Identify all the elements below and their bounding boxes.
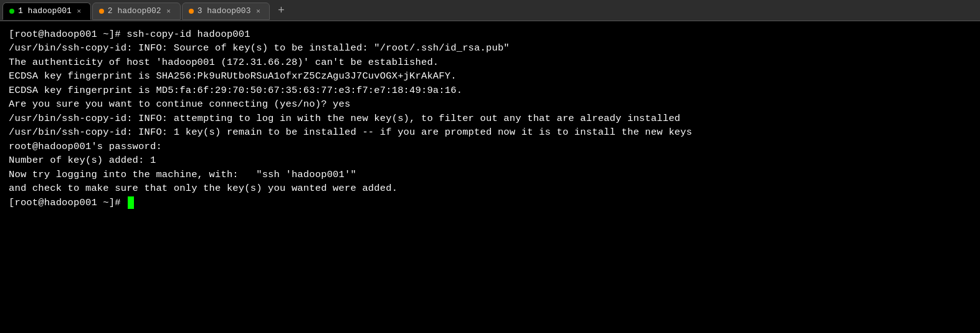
tab-dot-1 <box>9 9 14 14</box>
terminal-line: ECDSA key fingerprint is MD5:fa:6f:29:70… <box>9 84 971 97</box>
terminal-line: /usr/bin/ssh-copy-id: INFO: Source of ke… <box>9 41 971 55</box>
terminal-output: [root@hadoop001 ~]# ssh-copy-id hadoop00… <box>9 27 971 210</box>
terminal-prompt-line[interactable]: [root@hadoop001 ~]# <box>9 196 971 210</box>
tab-label-2: 2 hadoop002 <box>108 6 161 16</box>
tab-close-2[interactable]: ✕ <box>164 6 174 16</box>
terminal-cursor <box>128 196 134 209</box>
tab-dot-3 <box>189 9 194 14</box>
terminal-line: ECDSA key fingerprint is SHA256:Pk9uRUtb… <box>9 69 971 83</box>
tab-hadoop002[interactable]: 2 hadoop002 ✕ <box>92 2 181 20</box>
terminal-line: /usr/bin/ssh-copy-id: INFO: 1 key(s) rem… <box>9 125 971 139</box>
tab-dot-2 <box>99 9 104 14</box>
terminal-line: and check to make sure that only the key… <box>9 181 971 195</box>
new-tab-button[interactable]: + <box>274 3 288 18</box>
tab-label-3: 3 hadoop003 <box>197 6 251 16</box>
terminal-line: Are you sure you want to continue connec… <box>9 97 971 111</box>
terminal-line: [root@hadoop001 ~]# ssh-copy-id hadoop00… <box>9 27 971 41</box>
tab-close-1[interactable]: ✕ <box>74 6 84 16</box>
terminal-line: root@hadoop001's password: <box>9 140 971 153</box>
terminal-line: The authenticity of host 'hadoop001 (172… <box>9 56 971 69</box>
terminal-line: Now try logging into the machine, with: … <box>9 168 971 181</box>
tab-bar: 1 hadoop001 ✕ 2 hadoop002 ✕ 3 hadoop003 … <box>0 0 980 21</box>
terminal-last-line: [root@hadoop001 ~]# <box>9 196 126 210</box>
tab-hadoop003[interactable]: 3 hadoop003 ✕ <box>182 2 270 20</box>
tab-label-1: 1 hadoop001 <box>18 6 72 16</box>
tab-hadoop001[interactable]: 1 hadoop001 ✕ <box>2 2 91 20</box>
tab-close-3[interactable]: ✕ <box>253 6 263 16</box>
terminal-line: /usr/bin/ssh-copy-id: INFO: attempting t… <box>9 112 971 125</box>
terminal-line: Number of key(s) added: 1 <box>9 153 971 167</box>
terminal-area: [root@hadoop001 ~]# ssh-copy-id hadoop00… <box>0 21 980 333</box>
